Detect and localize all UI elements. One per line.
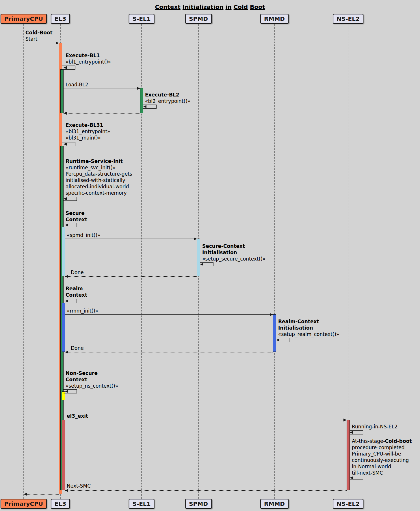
arrowhead-execute-bl1 xyxy=(64,66,67,69)
self-message-label-execute-bl2-line: «bl2_entrypoint()» xyxy=(145,98,190,104)
self-message-label-cold-boot-completed-note-line: continuously-executing xyxy=(352,457,412,463)
participant-top-primarycpu: PrimaryCPU xyxy=(1,14,47,24)
arrowhead-realm-context xyxy=(65,300,68,302)
sequence-diagram-canvas: Context Initialization in Cold Boot Prim… xyxy=(0,0,420,511)
participant-bottom-rmmd: RMMD xyxy=(260,499,289,509)
message-label-rmm-init-line: «rmm_init()» xyxy=(67,308,98,314)
self-message-label-realm-context-line: Context xyxy=(66,292,87,298)
arrowhead-cold-boot-completed-note xyxy=(350,476,353,479)
arrowhead-realm-context-initialisation xyxy=(276,339,279,341)
self-message-label-secure-context-initialisation-line: Initialisation xyxy=(202,249,265,256)
self-message-label-cold-boot-completed-note-line: procedure-completed xyxy=(352,444,412,451)
self-message-label-realm-context-initialisation-line: Initialisation xyxy=(278,325,339,331)
participant-top-s-el1: S-EL1 xyxy=(129,14,154,24)
arrowhead-execute-bl31 xyxy=(64,143,67,146)
activation-ns-el2-running xyxy=(347,420,350,490)
participant-bottom-s-el1: S-EL1 xyxy=(129,499,154,509)
activation-spmd-secure-init xyxy=(197,239,200,276)
self-message-label-cold-boot-completed-note-line: till-next-SMC xyxy=(352,470,412,476)
participant-bottom-ns-el2: NS-EL2 xyxy=(333,499,363,509)
self-message-label-execute-bl2-line: Execute-BL2 xyxy=(145,92,190,98)
diagram-title-word: Boot xyxy=(250,3,265,10)
activation-rmmd-realm-init xyxy=(273,314,276,352)
arrowhead-next-smc xyxy=(65,489,68,492)
message-label-spmd-done: Done xyxy=(71,269,84,276)
arrowhead-running-in-ns-el2 xyxy=(350,431,353,434)
self-message-label-runtime-service-init-line: Runtime-Service-Init xyxy=(66,158,132,164)
activation-s-el1-bl2 xyxy=(140,88,143,113)
message-label-load-bl2-line: Load-BL2 xyxy=(66,81,88,88)
message-line-load-bl2 xyxy=(64,88,140,88)
diagram-title: Context Initialization in Cold Boot xyxy=(0,3,420,10)
arrowhead-spmd-init xyxy=(194,237,197,240)
self-message-label-execute-bl31: Execute-BL31«bl31_entrypoint»«bl31_main(… xyxy=(66,122,110,141)
participant-bottom-spmd: SPMD xyxy=(185,499,212,509)
self-message-label-runtime-service-init: Runtime-Service-Init«runtime_svc_init()»… xyxy=(66,158,132,196)
activation-el3-secure-ctx xyxy=(62,227,65,276)
self-message-label-realm-context-line: Realm xyxy=(66,285,87,292)
activation-el3-realm-ctx xyxy=(62,303,65,352)
self-message-label-non-secure-context-line: Context xyxy=(66,376,118,383)
lifeline-primarycpu xyxy=(23,24,24,499)
self-message-label-execute-bl1: Execute-BL1«bl1_entrypoint()» xyxy=(66,52,111,65)
participant-top-el3: EL3 xyxy=(51,14,70,24)
message-line-spmd-init xyxy=(65,239,197,239)
self-message-label-secure-context: SecureContext xyxy=(66,210,87,223)
self-message-label-non-secure-context-line: «setup_ns_context()» xyxy=(66,383,118,389)
self-message-label-execute-bl1-line: «bl1_entrypoint()» xyxy=(66,59,111,65)
participant-bottom-el3: EL3 xyxy=(51,499,70,509)
arrowhead-return-to-primarycpu xyxy=(24,493,27,496)
message-line-next-smc xyxy=(65,490,347,491)
message-line-rmmd-done xyxy=(65,352,273,352)
diagram-title-word: Context xyxy=(155,3,181,10)
message-label-el3-exit-line: el3_exit xyxy=(67,413,88,419)
participant-top-spmd: SPMD xyxy=(185,14,212,24)
arrowhead-load-bl2 xyxy=(137,87,140,90)
self-message-label-runtime-service-init-line: Percpu_data-structure-gets xyxy=(66,171,132,177)
self-message-label-secure-context-line: Context xyxy=(66,216,87,223)
message-label-cold-boot-start-line: Start xyxy=(25,36,53,42)
self-message-label-realm-context: RealmContext xyxy=(66,285,87,298)
message-line-rmm-init xyxy=(65,314,273,315)
message-label-cold-boot-start: Cold-BootStart xyxy=(25,29,53,42)
arrowhead-spmd-done xyxy=(65,275,68,278)
self-message-label-realm-context-initialisation: Realm-ContextInitialisation«setup_realm_… xyxy=(278,318,339,337)
message-line-bl2-return xyxy=(64,113,140,114)
message-label-cold-boot-start-line: Cold-Boot xyxy=(25,29,53,36)
lifeline-rmmd xyxy=(274,24,275,499)
message-line-spmd-done xyxy=(65,276,197,277)
self-message-label-execute-bl1-line: Execute-BL1 xyxy=(66,52,111,59)
arrowhead-rmm-init xyxy=(270,313,273,316)
self-message-label-runtime-service-init-line: specific-context-memory xyxy=(66,190,132,196)
self-message-label-cold-boot-completed-note-line: in-Normal-world xyxy=(352,463,412,470)
message-label-next-smc: Next-SMC xyxy=(67,483,91,489)
message-line-cold-boot-start xyxy=(24,43,59,43)
participant-top-rmmd: RMMD xyxy=(260,14,289,24)
self-message-label-non-secure-context-line: Non-Secure xyxy=(66,370,118,376)
message-label-rmmd-done: Done xyxy=(71,345,84,351)
participant-top-ns-el2: NS-EL2 xyxy=(333,14,363,24)
participant-bottom-primarycpu: PrimaryCPU xyxy=(1,499,47,509)
self-message-label-runtime-service-init-line: initialised-with-statically xyxy=(66,177,132,183)
diagram-title-word: Initialization xyxy=(183,3,224,10)
message-label-spmd-init: «spmd_init()» xyxy=(67,232,100,238)
message-label-load-bl2: Load-BL2 xyxy=(66,81,88,88)
message-label-rmm-init: «rmm_init()» xyxy=(67,308,98,314)
self-message-label-realm-context-initialisation-line: «setup_realm_context()» xyxy=(278,331,339,337)
self-message-label-secure-context-initialisation: Secure-ContextInitialisation«setup_secur… xyxy=(202,243,265,262)
message-label-rmmd-done-line: Done xyxy=(71,345,84,351)
self-message-label-running-in-ns-el2: Running-in-NS-EL2 xyxy=(352,423,397,430)
activation-el3-exit xyxy=(62,420,65,490)
self-message-label-realm-context-initialisation-line: Realm-Context xyxy=(278,318,339,325)
self-message-label-secure-context-initialisation-line: «setup_secure_context()» xyxy=(202,256,265,262)
self-message-label-runtime-service-init-line: «runtime_svc_init()» xyxy=(66,164,132,171)
message-label-el3-exit: el3_exit xyxy=(67,413,88,419)
diagram-title-word: Cold xyxy=(234,3,248,10)
self-message-label-cold-boot-completed-note-line: At-this-stage-Cold-boot xyxy=(352,438,412,444)
message-label-spmd-done-line: Done xyxy=(71,269,84,276)
arrowhead-rmmd-done xyxy=(65,351,68,354)
message-label-next-smc-line: Next-SMC xyxy=(67,483,91,489)
self-message-label-running-in-ns-el2-line: Running-in-NS-EL2 xyxy=(352,423,397,430)
arrowhead-secure-context-initialisation xyxy=(200,263,203,266)
arrowhead-el3-exit xyxy=(343,419,347,421)
